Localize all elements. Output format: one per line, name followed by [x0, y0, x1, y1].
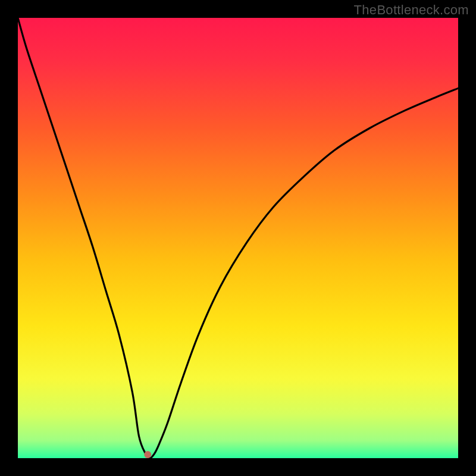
optimal-point-marker: [144, 451, 151, 458]
gradient-background: [18, 18, 458, 458]
bottleneck-chart: [18, 18, 458, 458]
watermark-text: TheBottleneck.com: [354, 2, 469, 18]
chart-container: TheBottleneck.com: [0, 0, 476, 476]
